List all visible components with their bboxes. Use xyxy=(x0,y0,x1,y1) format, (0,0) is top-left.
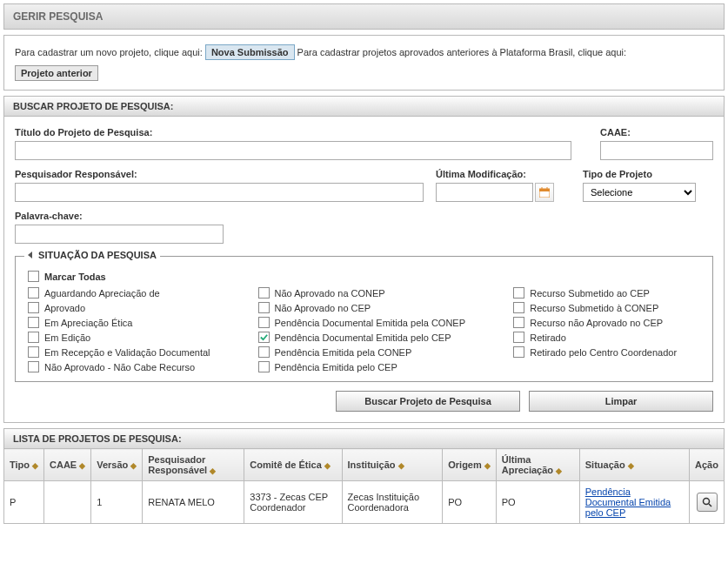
nova-submissao-button[interactable]: Nova Submissão xyxy=(205,44,295,60)
table-column-header[interactable]: Instituição◆ xyxy=(342,449,443,481)
situacao-checkbox[interactable] xyxy=(513,332,524,343)
situacao-label: Pendência Emitida pela CONEP xyxy=(275,347,412,358)
situacao-checkbox[interactable] xyxy=(513,346,524,358)
ultima-mod-input[interactable] xyxy=(436,183,533,202)
marcar-todas-checkbox[interactable] xyxy=(28,271,39,282)
detalhar-button[interactable] xyxy=(697,493,718,512)
situacao-link[interactable]: Pendência Documental Emitida pelo CEP xyxy=(585,486,671,518)
buscar-button[interactable]: Buscar Projeto de Pesquisa xyxy=(336,391,520,412)
situacao-checkbox[interactable] xyxy=(28,287,39,299)
table-column-header[interactable]: Versão◆ xyxy=(91,449,143,481)
caae-input[interactable] xyxy=(600,141,713,160)
projetos-table: Tipo◆CAAE◆Versão◆Pesquisador Responsável… xyxy=(3,448,725,524)
situacao-checkbox[interactable] xyxy=(258,287,270,299)
situacao-label: Não Aprovado no CEP xyxy=(275,303,371,313)
register-box: Para cadastrar um novo projeto, clique a… xyxy=(3,35,725,91)
situacao-checkbox[interactable] xyxy=(28,361,39,372)
table-column-header[interactable]: Tipo◆ xyxy=(4,449,44,481)
table-column-header[interactable]: CAAE◆ xyxy=(44,449,91,481)
titulo-label: Título do Projeto de Pesquisa: xyxy=(15,127,588,138)
situacao-label: Recurso Submetido ao CEP xyxy=(530,288,650,299)
pesquisador-input[interactable] xyxy=(15,183,424,202)
situacao-label: Pendência Emitida pelo CEP xyxy=(275,362,397,372)
situacao-label: Aguardando Apreciação de xyxy=(44,288,160,299)
limpar-button[interactable]: Limpar xyxy=(529,391,713,412)
marcar-todas-label: Marcar Todas xyxy=(44,272,106,282)
svg-line-5 xyxy=(709,504,711,507)
svg-rect-1 xyxy=(539,189,550,191)
calendar-icon[interactable] xyxy=(535,183,554,202)
table-column-header[interactable]: Ação xyxy=(690,449,725,481)
situacao-checkbox[interactable] xyxy=(513,317,524,328)
situacao-label: Em Apreciação Ética xyxy=(44,318,133,328)
situacao-fieldset: SITUAÇÃO DA PESQUISA Marcar Todas Aguard… xyxy=(15,256,713,382)
register-text-1: Para cadastrar um novo projeto, clique a… xyxy=(15,47,203,57)
page-title: GERIR PESQUISA xyxy=(3,3,725,30)
situacao-checkbox[interactable] xyxy=(513,302,524,313)
lista-header: LISTA DE PROJETOS DE PESQUISA: xyxy=(3,428,725,448)
situacao-label: Aprovado xyxy=(44,303,85,313)
chevron-left-icon[interactable] xyxy=(28,252,32,258)
situacao-label: Em Edição xyxy=(44,332,90,343)
situacao-label: Pendência Documental Emitida pela CONEP xyxy=(275,318,466,328)
situacao-legend: SITUAÇÃO DA PESQUISA xyxy=(24,250,160,260)
situacao-checkbox[interactable] xyxy=(258,302,270,313)
palavra-label: Palavra-chave: xyxy=(15,211,224,221)
palavra-input[interactable] xyxy=(15,225,224,244)
table-column-header[interactable]: Origem◆ xyxy=(443,449,497,481)
table-column-header[interactable]: Situação◆ xyxy=(579,449,689,481)
situacao-label: Retirado xyxy=(530,332,566,343)
ultima-mod-label: Última Modificação: xyxy=(436,169,571,179)
situacao-label: Recurso Submetido à CONEP xyxy=(530,303,658,313)
table-row: P1RENATA MELO3373 - Zecas CEP Coordenado… xyxy=(4,481,725,524)
projeto-anterior-button[interactable]: Projeto anterior xyxy=(15,65,98,81)
situacao-checkbox[interactable] xyxy=(28,346,39,358)
situacao-checkbox[interactable] xyxy=(513,287,524,299)
situacao-checkbox[interactable] xyxy=(28,332,39,343)
tipo-label: Tipo de Projeto xyxy=(583,169,696,179)
situacao-label: Não Aprovado - Não Cabe Recurso xyxy=(44,362,195,372)
situacao-label: Recurso não Aprovado no CEP xyxy=(530,318,663,328)
register-text-2: Para cadastrar projetos aprovados anteri… xyxy=(297,47,626,57)
table-column-header[interactable]: Pesquisador Responsável◆ xyxy=(143,449,244,481)
situacao-checkbox[interactable] xyxy=(28,302,39,313)
situacao-label: Não Aprovado na CONEP xyxy=(275,288,385,299)
buscar-header: BUSCAR PROJETO DE PESQUISA: xyxy=(3,96,725,116)
table-column-header[interactable]: Comitê de Ética◆ xyxy=(244,449,342,481)
situacao-checkbox[interactable] xyxy=(258,361,270,372)
situacao-checkbox[interactable] xyxy=(28,317,39,328)
pesquisador-label: Pesquisador Responsável: xyxy=(15,169,424,179)
situacao-checkbox[interactable] xyxy=(258,332,270,343)
situacao-label: Em Recepção e Validação Documental xyxy=(44,347,210,358)
table-column-header[interactable]: Última Apreciação◆ xyxy=(496,449,579,481)
situacao-checkbox[interactable] xyxy=(258,346,270,358)
buscar-body: Título do Projeto de Pesquisa: CAAE: Pes… xyxy=(3,116,725,423)
caae-label: CAAE: xyxy=(600,127,713,138)
tipo-select[interactable]: Selecione xyxy=(583,183,696,202)
situacao-label: Retirado pelo Centro Coordenador xyxy=(530,347,677,358)
situacao-label: Pendência Documental Emitida pelo CEP xyxy=(275,332,451,343)
titulo-input[interactable] xyxy=(15,141,571,160)
situacao-checkbox[interactable] xyxy=(258,317,270,328)
svg-point-4 xyxy=(703,499,709,505)
